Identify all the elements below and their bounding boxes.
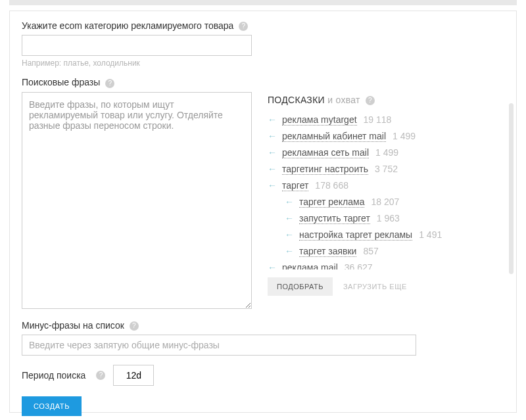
suggestion-row: ←таргет178 668 [268,177,504,194]
minus-phrases-label-text: Минус-фразы на список [22,320,124,331]
suggestions-title-muted: и охват [327,95,360,105]
help-icon[interactable]: ? [96,371,105,380]
suggestion-count: 36 627 [345,262,373,269]
help-icon[interactable]: ? [239,22,248,31]
search-left-col [22,92,252,311]
suggestion-count: 1 491 [419,229,442,240]
suggestion-count: 3 752 [375,164,398,174]
window-topbar [9,0,517,5]
suggestions-header: ПОДСКАЗКИ и охват ? [268,92,504,105]
suggestion-row: ←настройка таргет рекламы1 491 [268,227,504,243]
minus-phrases-input[interactable] [22,335,416,356]
arrow-left-icon[interactable]: ← [268,164,278,174]
search-phrases-label-text: Поисковые фразы [22,77,100,87]
suggestions-list: ←реклама mytarget19 118←рекламный кабине… [268,112,504,269]
suggestion-row: ←реклама mail36 627 [268,260,504,269]
ecom-category-label-text: Укажите ecom категорию рекламируемого то… [22,20,233,31]
search-columns: ПОДСКАЗКИ и охват ? ←реклама mytarget19 … [22,92,504,311]
scrollbar[interactable] [509,103,514,274]
create-button[interactable]: СОЗДАТЬ [22,396,82,416]
suggestion-phrase[interactable]: таргет реклама [299,197,364,208]
suggestion-phrase[interactable]: таргет заявки [299,246,356,257]
suggestions-actions: ПОДОБРАТЬ ЗАГРУЗИТЬ ЕЩЕ [268,277,504,296]
form-panel: Укажите ecom категорию рекламируемого то… [9,11,517,413]
minus-phrases-label: Минус-фразы на список ? [22,320,504,331]
ecom-category-input[interactable] [22,35,252,56]
suggestion-row: ←рекламный кабинет mail1 499 [268,128,504,145]
arrow-left-icon[interactable]: ← [268,180,278,191]
ecom-category-group: Укажите ecom категорию рекламируемого то… [22,20,504,68]
arrow-left-icon[interactable]: ← [268,262,278,269]
arrow-left-icon[interactable]: ← [285,197,295,207]
period-label-text: Период поиска [22,370,85,381]
suggestion-phrase[interactable]: запустить таргет [299,213,370,224]
arrow-left-icon[interactable]: ← [285,229,295,240]
suggestion-count: 1 499 [375,147,398,158]
help-icon[interactable]: ? [105,79,114,88]
suggestion-phrase[interactable]: таргетинг настроить [282,164,368,175]
suggestion-row: ←таргетинг настроить3 752 [268,161,504,177]
suggestion-count: 1 963 [377,213,400,223]
suggestion-count: 19 118 [364,114,392,125]
suggestions-col: ПОДСКАЗКИ и охват ? ←реклама mytarget19 … [268,92,504,311]
suggestion-row: ←рекламная сеть mail1 499 [268,145,504,161]
suggestion-count: 178 668 [315,180,348,191]
arrow-left-icon[interactable]: ← [268,147,278,158]
arrow-left-icon[interactable]: ← [268,114,278,125]
period-input[interactable] [113,365,154,386]
suggestion-phrase[interactable]: рекламный кабинет mail [282,131,386,142]
suggestion-row: ←реклама mytarget19 118 [268,112,504,128]
suggestion-phrase[interactable]: реклама mytarget [282,114,357,126]
arrow-left-icon[interactable]: ← [285,246,295,256]
arrow-left-icon[interactable]: ← [268,131,278,141]
load-more-button[interactable]: ЗАГРУЗИТЬ ЕЩЕ [343,283,407,291]
period-row: Период поиска ? [22,365,504,386]
help-icon[interactable]: ? [130,321,139,331]
suggestion-count: 1 499 [393,131,416,141]
suggestion-row: ←таргет заявки857 [268,243,504,260]
search-phrases-label: Поисковые фразы ? [22,77,504,87]
suggestion-count: 857 [363,246,378,256]
suggestions-title-strong: ПОДСКАЗКИ [268,95,325,105]
suggestion-row: ←запустить таргет1 963 [268,210,504,227]
suggestion-phrase[interactable]: реклама mail [282,262,338,269]
arrow-left-icon[interactable]: ← [285,213,295,223]
suggestion-phrase[interactable]: таргет [282,180,308,191]
suggestion-row: ←таргет реклама18 207 [268,194,504,210]
suggestion-phrase[interactable]: рекламная сеть mail [282,147,369,158]
suggestion-count: 18 207 [371,197,399,207]
pick-button[interactable]: ПОДОБРАТЬ [268,277,333,296]
minus-phrases-group: Минус-фразы на список ? [22,320,504,356]
ecom-category-label: Укажите ecom категорию рекламируемого то… [22,20,504,31]
ecom-category-hint: Например: платье, холодильник [22,58,504,68]
search-phrases-group: Поисковые фразы ? ПОДСКАЗКИ и охват ? ←р… [22,77,504,310]
search-phrases-textarea[interactable] [22,92,252,309]
help-icon[interactable]: ? [366,96,375,105]
suggestion-phrase[interactable]: настройка таргет рекламы [299,229,412,241]
